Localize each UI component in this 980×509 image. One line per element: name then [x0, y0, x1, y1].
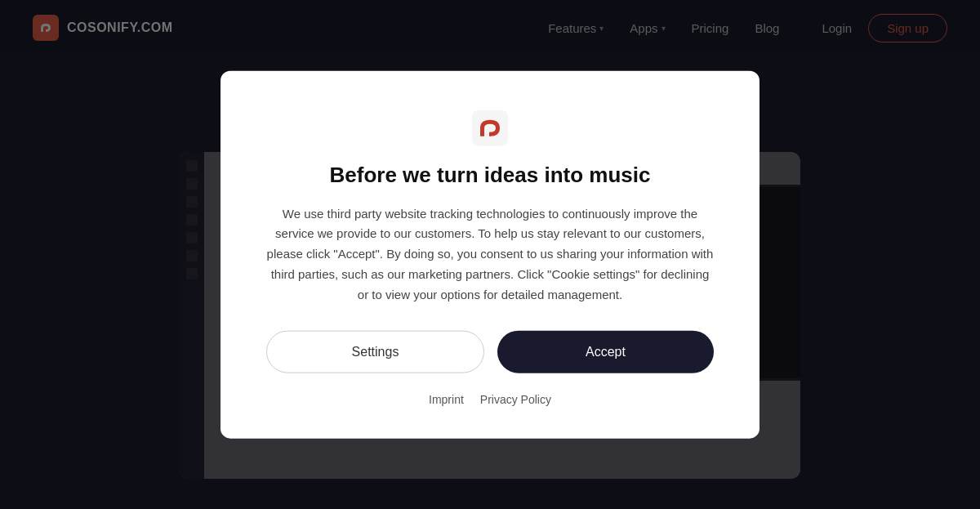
accept-button[interactable]: Accept — [497, 331, 714, 373]
modal-footer-links: Imprint Privacy Policy — [429, 393, 551, 406]
privacy-policy-link[interactable]: Privacy Policy — [480, 393, 551, 406]
imprint-link[interactable]: Imprint — [429, 393, 464, 406]
consent-modal: Before we turn ideas into music We use t… — [220, 70, 760, 439]
svg-rect-0 — [472, 109, 508, 145]
settings-button[interactable]: Settings — [266, 331, 484, 373]
modal-title: Before we turn ideas into music — [330, 162, 651, 187]
modal-logo-icon — [472, 109, 508, 145]
modal-body-text: We use third party website tracking tech… — [266, 203, 714, 305]
modal-buttons: Settings Accept — [266, 331, 714, 373]
